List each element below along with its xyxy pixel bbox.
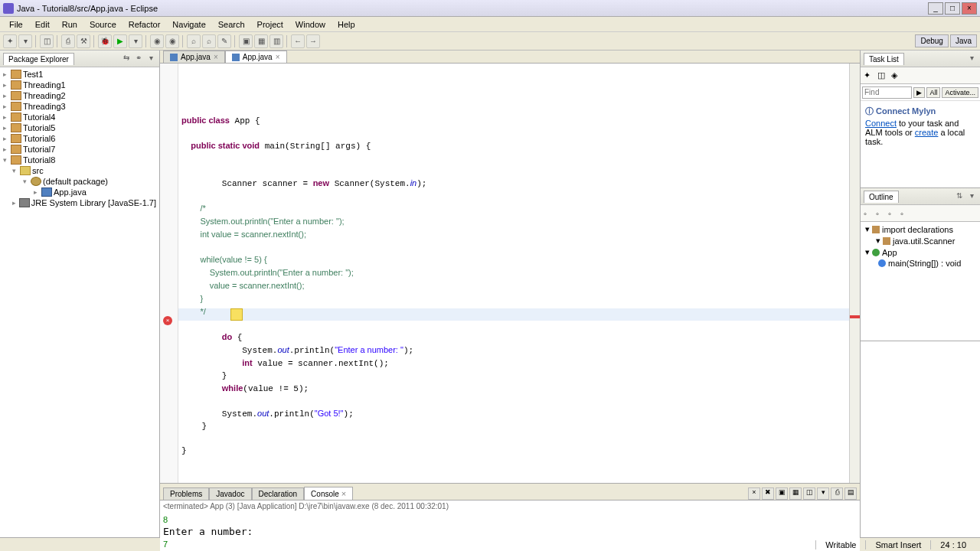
- status-writable: Writable: [815, 540, 865, 549]
- console-header: <terminated> App (3) [Java Application] …: [160, 500, 860, 512]
- console-tool-1[interactable]: ✖: [762, 487, 774, 500]
- toggle-button[interactable]: ▣: [239, 34, 253, 48]
- console-tool-5[interactable]: ▾: [817, 487, 829, 500]
- annotation-button[interactable]: ✎: [217, 34, 231, 48]
- outline-tab[interactable]: Outline: [864, 191, 899, 203]
- console-tool-3[interactable]: ▦: [789, 487, 802, 500]
- editor-body[interactable]: × public class App { public static void …: [160, 64, 860, 483]
- forward-button[interactable]: →: [306, 34, 320, 48]
- menu-project[interactable]: Project: [251, 18, 289, 31]
- view-menu-icon[interactable]: ▾: [145, 54, 156, 64]
- find-input[interactable]: [862, 86, 912, 99]
- mark-button[interactable]: ▥: [270, 34, 283, 48]
- file-app-java[interactable]: ▸App.java: [2, 187, 158, 197]
- link-editor-icon[interactable]: ⚭: [133, 54, 144, 64]
- find-go-button[interactable]: ▶: [913, 87, 925, 98]
- build-button[interactable]: ⚒: [77, 34, 90, 48]
- bottom-tab-javadoc[interactable]: Javadoc: [209, 487, 251, 500]
- package-explorer-tab[interactable]: Package Explorer: [3, 53, 74, 65]
- filter-static-icon[interactable]: ◦: [876, 209, 885, 218]
- run-button[interactable]: ▶: [113, 34, 127, 48]
- app-icon: [3, 3, 14, 14]
- menu-edit[interactable]: Edit: [29, 18, 56, 31]
- filter-public-icon[interactable]: ◦: [888, 209, 897, 218]
- console-tool-0[interactable]: ×: [748, 487, 760, 500]
- menu-help[interactable]: Help: [332, 18, 361, 31]
- sort-icon[interactable]: ⇅: [954, 191, 965, 202]
- tasklist-tab[interactable]: Task List: [864, 53, 904, 65]
- outline-item-3[interactable]: main(String[]) : void: [862, 258, 978, 269]
- menu-search[interactable]: Search: [212, 18, 251, 31]
- focus-icon[interactable]: ◈: [891, 70, 902, 80]
- connect-link[interactable]: Connect: [865, 119, 897, 128]
- editor-tab-1[interactable]: App.java×: [225, 51, 287, 63]
- print-button[interactable]: ⎙: [61, 34, 75, 48]
- menu-refactor[interactable]: Refactor: [122, 18, 167, 31]
- project-tutorial4[interactable]: ▸Tutorial4: [2, 112, 158, 122]
- console-tool-6[interactable]: ⎙: [831, 487, 843, 500]
- jre-library[interactable]: ▸JRE System Library [JavaSE-1.7]: [2, 197, 158, 208]
- menu-source[interactable]: Source: [83, 18, 122, 31]
- menu-window[interactable]: Window: [289, 18, 332, 31]
- bottom-tab-problems[interactable]: Problems: [163, 487, 209, 500]
- close-button[interactable]: ×: [962, 2, 977, 15]
- project-tutorial5[interactable]: ▸Tutorial5: [2, 122, 158, 133]
- src-folder[interactable]: ▾src: [2, 165, 158, 176]
- collapse-all-icon[interactable]: ⇆: [121, 54, 132, 64]
- package-button[interactable]: ◉: [150, 34, 164, 48]
- console-tool-7[interactable]: ▤: [844, 487, 857, 500]
- new-task-icon[interactable]: ✦: [864, 70, 874, 80]
- menu-bar: FileEditRunSourceRefactorNavigateSearchP…: [0, 17, 980, 32]
- project-tutorial7[interactable]: ▸Tutorial7: [2, 144, 158, 155]
- outline-tree[interactable]: ▾import declarations▾java.util.Scanner▾A…: [861, 222, 980, 341]
- perspective-debug[interactable]: Debug: [915, 34, 948, 47]
- close-tab-icon[interactable]: ×: [276, 53, 280, 61]
- close-tab-icon[interactable]: ×: [214, 53, 218, 61]
- create-link[interactable]: create: [915, 128, 939, 137]
- all-filter[interactable]: All: [926, 87, 940, 98]
- back-button[interactable]: ←: [291, 34, 305, 48]
- menu-navigate[interactable]: Navigate: [166, 18, 211, 31]
- default-package[interactable]: ▾(default package): [2, 176, 158, 187]
- package-tree[interactable]: ▸Test1▸Threading1▸Threading2▸Threading3▸…: [0, 67, 159, 537]
- project-threading2[interactable]: ▸Threading2: [2, 90, 158, 101]
- outline-item-1[interactable]: ▾java.util.Scanner: [862, 235, 978, 246]
- project-threading3[interactable]: ▸Threading3: [2, 101, 158, 112]
- outline-menu-icon[interactable]: ▾: [966, 191, 977, 202]
- debug-button[interactable]: 🐞: [98, 34, 112, 48]
- console-tool-2[interactable]: ▣: [776, 487, 788, 500]
- search-button[interactable]: ⌕: [202, 34, 216, 48]
- tasklist-menu-icon[interactable]: ▾: [966, 54, 977, 64]
- save-button[interactable]: ▾: [18, 34, 32, 48]
- overview-ruler[interactable]: [849, 64, 860, 483]
- save-all-button[interactable]: ◫: [40, 34, 54, 48]
- categorize-icon[interactable]: ◫: [877, 70, 888, 80]
- minimize-button[interactable]: _: [928, 2, 943, 15]
- bottom-tab-console[interactable]: Console×: [304, 487, 353, 500]
- menu-file[interactable]: File: [3, 18, 29, 31]
- menu-run[interactable]: Run: [56, 18, 83, 31]
- project-test1[interactable]: ▸Test1: [2, 69, 158, 80]
- bottom-tab-declaration[interactable]: Declaration: [252, 487, 305, 500]
- class-button[interactable]: ◉: [165, 34, 179, 48]
- main-toolbar: ✦ ▾ ◫ ⎙ ⚒ 🐞 ▶ ▾ ◉ ◉ ⌕ ⌕ ✎ ▣ ▦ ▥ ← → Debu…: [0, 32, 980, 51]
- external-button[interactable]: ▾: [129, 34, 142, 48]
- block-button[interactable]: ▦: [254, 34, 268, 48]
- code-area[interactable]: public class App { public static void ma…: [178, 64, 849, 483]
- activate-button[interactable]: Activate...: [942, 87, 978, 98]
- editor-tab-0[interactable]: App.java×: [163, 51, 225, 63]
- outline-item-2[interactable]: ▾App: [862, 246, 978, 258]
- new-button[interactable]: ✦: [3, 34, 17, 48]
- project-tutorial8[interactable]: ▾Tutorial8: [2, 155, 158, 165]
- perspective-java[interactable]: Java: [950, 34, 977, 47]
- project-threading1[interactable]: ▸Threading1: [2, 80, 158, 90]
- filter-fields-icon[interactable]: ◦: [864, 209, 873, 218]
- console-tool-4[interactable]: ◫: [803, 487, 815, 500]
- console-output[interactable]: 8 Enter a number: 7 Enter a number: 5 Go…: [160, 512, 860, 551]
- filter-local-icon[interactable]: ◦: [900, 209, 910, 218]
- outline-item-0[interactable]: ▾import declarations: [862, 223, 978, 235]
- maximize-button[interactable]: □: [945, 2, 960, 15]
- open-type-button[interactable]: ⌕: [187, 34, 201, 48]
- project-tutorial6[interactable]: ▸Tutorial6: [2, 133, 158, 144]
- error-marker[interactable]: ×: [163, 316, 172, 325]
